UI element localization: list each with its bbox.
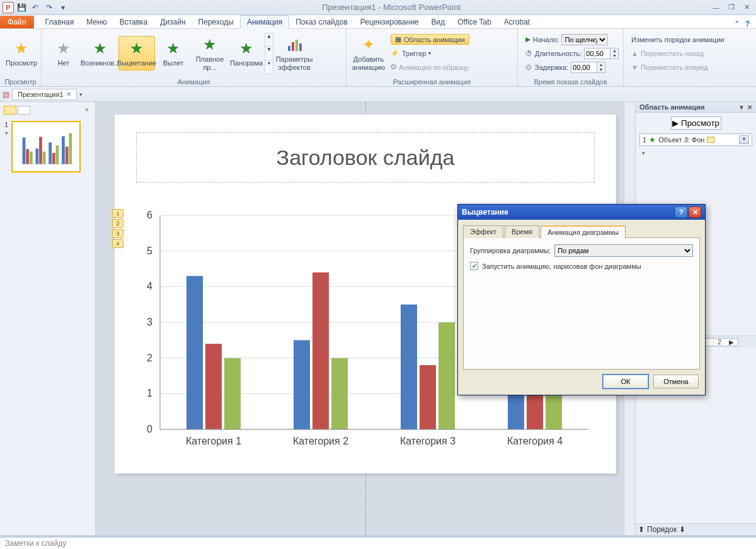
gallery-up-icon[interactable]: ▲: [265, 33, 273, 47]
item-dropdown-icon[interactable]: ▾: [739, 135, 749, 144]
help-icon[interactable]: ?: [745, 20, 750, 28]
tab-menu[interactable]: Меню: [80, 16, 113, 28]
svg-text:Категория 3: Категория 3: [400, 436, 455, 446]
doc-more-icon[interactable]: ▾: [79, 91, 83, 98]
undo-icon[interactable]: ↶: [29, 1, 42, 14]
effect-options-dialog: Выцветание ? ✕ Эффект Время Анимация диа…: [457, 204, 706, 395]
slides-view-tab[interactable]: [4, 106, 16, 115]
close-doc-icon[interactable]: ✕: [66, 91, 71, 98]
grouping-select[interactable]: По рядам: [554, 244, 693, 257]
expand-icon[interactable]: ▾: [639, 150, 752, 156]
animation-list-item[interactable]: 1 ★ Объект 3: Фон ▾: [639, 133, 752, 146]
svg-text:5: 5: [147, 246, 152, 256]
slide-title-placeholder[interactable]: Заголовок слайда: [136, 132, 595, 183]
pane-play-button[interactable]: ▶Просмотр: [671, 116, 721, 130]
down-icon[interactable]: ▼: [597, 67, 605, 72]
add-animation-button[interactable]: ✦ Добавить анимацию: [350, 32, 387, 74]
animation-pane-toggle[interactable]: ▦Область анимации: [391, 34, 469, 45]
ok-button[interactable]: ОК: [603, 375, 648, 388]
tab-transitions[interactable]: Переходы: [192, 16, 240, 28]
up-icon[interactable]: ▲: [610, 48, 618, 54]
slides-panel: × 1 ✦: [0, 102, 96, 535]
anim-item-label: Объект 3: Фон: [658, 136, 704, 144]
svg-rect-29: [331, 358, 348, 429]
dialog-help-icon[interactable]: ?: [675, 207, 687, 218]
dialog-titlebar[interactable]: Выцветание ? ✕: [458, 205, 705, 220]
gallery-down-icon[interactable]: ▼: [265, 46, 273, 60]
reorder-up-icon[interactable]: ⬆: [638, 525, 644, 534]
close-icon[interactable]: ✕: [741, 3, 752, 12]
minimize-icon[interactable]: —: [711, 3, 722, 12]
tab-view[interactable]: Вид: [425, 16, 452, 28]
effect-appear[interactable]: ★Возникнов...: [82, 36, 118, 70]
svg-rect-7: [35, 149, 38, 164]
reorder-label: Порядок: [647, 525, 677, 534]
dialog-tab-chart-anim[interactable]: Анимация диаграммы: [541, 225, 626, 238]
star-icon: ★: [166, 40, 180, 57]
tab-home[interactable]: Главная: [39, 16, 81, 28]
outline-view-tab[interactable]: [18, 106, 30, 115]
effect-float[interactable]: ★Плавное пр...: [192, 32, 228, 74]
notes-area: Заметки к слайду: [0, 535, 756, 549]
start-select[interactable]: По щелчку: [561, 34, 608, 45]
trigger-button[interactable]: ⚡Триггер▾: [391, 47, 469, 60]
seq-tag[interactable]: 3: [112, 229, 123, 238]
effect-split[interactable]: ★Панорама: [228, 36, 265, 70]
file-tab[interactable]: Файл: [0, 16, 34, 28]
redo-icon[interactable]: ↷: [43, 1, 55, 14]
tab-animations[interactable]: Анимация: [240, 15, 289, 29]
brush-icon: ✪: [391, 63, 396, 71]
svg-rect-9: [43, 152, 46, 164]
reorder-down-icon[interactable]: ⬇: [679, 525, 685, 534]
group-label-extended: Расширенная анимация: [346, 77, 517, 86]
effect-fade[interactable]: ★Выцветание: [118, 36, 155, 70]
preview-button[interactable]: ★ Просмотр: [4, 36, 39, 70]
ribbon-minimize-icon[interactable]: ⌃: [734, 20, 740, 28]
tab-slideshow[interactable]: Показ слайдов: [289, 16, 354, 28]
svg-rect-12: [56, 145, 59, 164]
draw-bg-checkbox[interactable]: ✔: [470, 262, 478, 270]
tab-design[interactable]: Дизайн: [154, 16, 192, 28]
tab-review[interactable]: Рецензирование: [354, 16, 425, 28]
app-icon[interactable]: P: [3, 2, 14, 13]
down-icon[interactable]: ▼: [610, 54, 618, 59]
pane-icon: ▦: [395, 35, 401, 43]
slide-thumbnail[interactable]: [11, 121, 81, 173]
window-title: Презентация1 - Microsoft PowerPoint: [72, 3, 711, 12]
delay-input[interactable]: [571, 62, 597, 73]
tab-insert[interactable]: Вставка: [113, 16, 154, 28]
up-icon[interactable]: ▲: [597, 62, 605, 67]
dialog-title: Выцветание: [462, 208, 508, 217]
qat-more-icon[interactable]: ▾: [57, 1, 69, 14]
pane-dropdown-icon[interactable]: ▼: [738, 104, 745, 111]
play-icon: ▶: [672, 118, 679, 128]
tab-acrobat[interactable]: Acrobat: [498, 16, 536, 28]
seq-tag[interactable]: 2: [112, 219, 123, 228]
cancel-button[interactable]: Отмена: [653, 375, 699, 388]
document-tab[interactable]: Презентация1✕: [12, 89, 77, 100]
effect-options-button[interactable]: Параметры эффектов: [276, 32, 312, 74]
effect-none[interactable]: ★Нет: [45, 36, 82, 70]
spin-next-icon[interactable]: ▶: [725, 339, 738, 346]
seq-tag[interactable]: 1: [112, 209, 123, 218]
duration-input[interactable]: [584, 48, 610, 59]
svg-rect-1: [292, 42, 294, 51]
dialog-tab-timing[interactable]: Время: [505, 225, 539, 238]
tab-officetab[interactable]: Office Tab: [451, 16, 498, 28]
restore-icon[interactable]: ❐: [726, 3, 737, 12]
notes-placeholder[interactable]: Заметки к слайду: [0, 537, 756, 549]
dialog-tab-effect[interactable]: Эффект: [463, 225, 503, 238]
effect-fly[interactable]: ★Вылет: [155, 36, 192, 70]
pane-reorder-row: ⬆ Порядок ⬇: [636, 523, 756, 535]
slide-number: 1: [4, 121, 8, 128]
svg-rect-8: [39, 137, 42, 164]
pane-close-icon[interactable]: ✕: [747, 104, 752, 111]
save-icon[interactable]: 💾: [15, 1, 28, 14]
svg-rect-24: [186, 276, 203, 429]
svg-text:2: 2: [147, 353, 152, 363]
panel-close-icon[interactable]: ×: [83, 106, 91, 115]
svg-text:3: 3: [147, 317, 152, 327]
gallery-more-icon[interactable]: ▾: [265, 60, 273, 74]
seq-tag[interactable]: 4: [112, 239, 123, 248]
dialog-close-icon[interactable]: ✕: [689, 207, 701, 218]
